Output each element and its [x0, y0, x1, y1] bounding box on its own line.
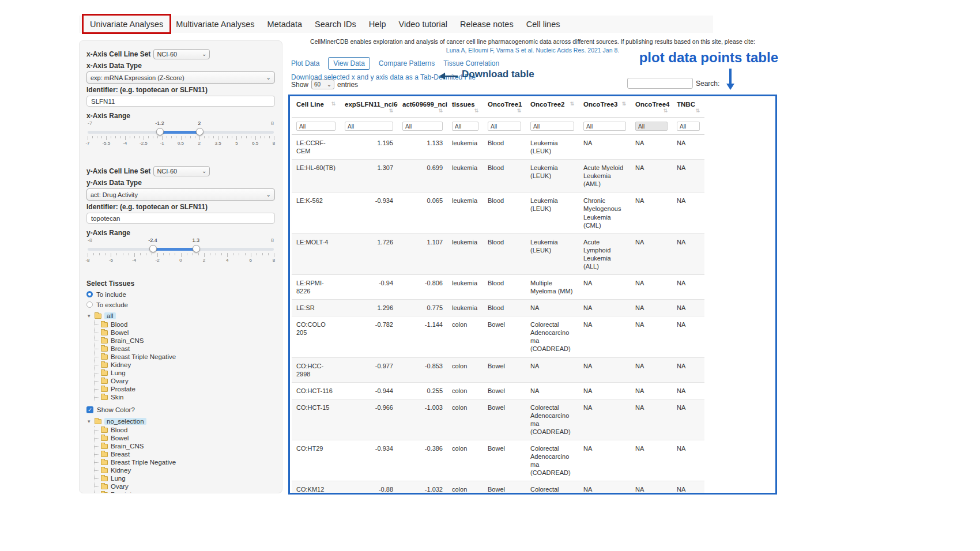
column-header-oncotree2[interactable]: OncoTree2⇅ — [526, 97, 579, 118]
tree-node-breast-triple-negative[interactable]: Breast Triple Negative — [95, 458, 275, 466]
chevron-down-icon: ⌄ — [327, 82, 331, 88]
cell: 0.699 — [398, 160, 447, 193]
x-cell-line-set-select[interactable]: NCI-60 ⌄ — [153, 49, 210, 59]
x-range-slider[interactable]: -78-1.22-7-5.5-4-2.5-10.523.556.58 — [88, 120, 274, 148]
column-header-act609699-nci60[interactable]: act609699_nci60⇅ — [398, 97, 447, 118]
table-search: Search: — [627, 78, 719, 89]
tab-plot-data[interactable]: Plot Data — [291, 59, 319, 67]
tick-label: 5 — [235, 141, 238, 146]
entries-select[interactable]: 60 ⌄ — [311, 80, 334, 89]
tick-mark — [257, 253, 257, 255]
tab-compare-patterns[interactable]: Compare Patterns — [379, 59, 435, 67]
column-filter-tnbc[interactable] — [677, 122, 700, 131]
tree-node-lung[interactable]: Lung — [95, 369, 275, 377]
tick-mark — [148, 136, 149, 138]
cell: colon — [447, 357, 483, 382]
cell: NA — [579, 382, 631, 399]
page: Univariate AnalysesMultivariate Analyses… — [0, 0, 980, 551]
column-header-tnbc[interactable]: TNBC⇅ — [672, 97, 704, 118]
download-table-arrow-icon — [442, 76, 458, 77]
nav-item-univariate-analyses[interactable]: Univariate Analyses — [84, 16, 169, 33]
cell: -0.94 — [340, 275, 398, 300]
tree-node-kidney[interactable]: Kidney — [95, 466, 275, 474]
x-slider-handle-low[interactable] — [156, 128, 164, 135]
x-slider-handle-high[interactable] — [196, 128, 203, 135]
column-filter-expslfn11-nci60[interactable] — [345, 122, 393, 131]
column-filter-tissues[interactable] — [452, 122, 478, 131]
show-color-checkbox[interactable]: ✓ Show Color? — [86, 405, 275, 414]
tree-expand-icon[interactable]: ▾ — [88, 313, 92, 319]
tree-node-skin[interactable]: Skin — [95, 393, 275, 401]
nav-item-search-ids[interactable]: Search IDs — [308, 16, 363, 33]
tree-node-bowel[interactable]: Bowel — [95, 434, 275, 442]
tree-node-ovary[interactable]: Ovary — [95, 482, 275, 490]
x-identifier-input[interactable] — [86, 96, 275, 107]
y-slider-handle-low[interactable] — [149, 245, 157, 252]
column-header-oncotree1[interactable]: OncoTree1⇅ — [483, 97, 526, 118]
column-filter-oncotree1[interactable] — [488, 122, 521, 131]
nav-item-multivariate-analyses[interactable]: Multivariate Analyses — [169, 16, 261, 33]
x-data-type-select[interactable]: exp: mRNA Expression (Z-Score) ⌄ — [86, 71, 275, 84]
nav-item-help[interactable]: Help — [363, 16, 393, 33]
sort-icon: ⇅ — [517, 108, 521, 114]
tree-node-all[interactable]: all — [104, 312, 116, 319]
tree-node-lung[interactable]: Lung — [95, 474, 275, 482]
cell: LE:CCRF-CEM — [292, 135, 340, 160]
cell: colon — [447, 382, 483, 399]
search-input[interactable] — [627, 78, 693, 89]
tree-node-kidney[interactable]: Kidney — [95, 361, 275, 369]
column-header-oncotree3[interactable]: OncoTree3⇅ — [579, 97, 631, 118]
tree-node-brain-cns[interactable]: Brain_CNS — [95, 442, 275, 450]
tick-mark — [130, 136, 130, 138]
y-cell-line-set-select[interactable]: NCI-60 ⌄ — [153, 166, 210, 176]
tree-node-no-selection[interactable]: no_selection — [104, 418, 146, 425]
column-filter-act609699-nci60[interactable] — [402, 122, 443, 131]
checkbox-checked-icon: ✓ — [86, 406, 93, 413]
tree-node-prostate[interactable]: Prostate — [95, 385, 275, 393]
column-filter-oncotree2[interactable] — [530, 122, 574, 131]
tick-mark — [255, 136, 256, 140]
tree-node-bowel[interactable]: Bowel — [95, 329, 275, 337]
x-range-label: x-Axis Range — [86, 112, 275, 120]
tree-node-breast[interactable]: Breast — [95, 450, 275, 458]
y-slider-handle-high[interactable] — [193, 245, 200, 252]
y-identifier-input[interactable] — [86, 213, 275, 224]
tab-view-data[interactable]: View Data — [328, 57, 370, 70]
univariate-highlight-box — [82, 14, 171, 34]
column-header-oncotree4[interactable]: OncoTree4⇅ — [631, 97, 672, 118]
cell: Acute Myeloid Leukemia (AML) — [579, 160, 631, 193]
folder-icon — [101, 330, 108, 335]
column-filter-oncotree4[interactable] — [635, 122, 668, 131]
tick-mark — [134, 253, 135, 257]
column-header-cell-line[interactable]: Cell Line⇅ — [292, 97, 340, 118]
cell: leukemia — [447, 275, 483, 300]
cell: NA — [672, 275, 704, 300]
tree-node-brain-cns[interactable]: Brain_CNS — [95, 337, 275, 345]
y-range-slider[interactable]: -88-2.41.3-8-6-4-202468 — [88, 237, 274, 265]
tree-expand-icon[interactable]: ▾ — [88, 418, 92, 424]
tick-mark — [176, 136, 176, 138]
tree-node-ovary[interactable]: Ovary — [95, 377, 275, 385]
tree-node-breast[interactable]: Breast — [95, 345, 275, 353]
tree-node-label: Brain_CNS — [111, 337, 144, 344]
column-filter-oncotree3[interactable] — [583, 122, 626, 131]
radio-to-include[interactable]: To include — [86, 289, 275, 299]
column-filter-cell-line[interactable] — [296, 122, 336, 131]
nav-item-cell-lines[interactable]: Cell lines — [520, 16, 567, 33]
tree-node-blood[interactable]: Blood — [95, 426, 275, 434]
tree-node-blood[interactable]: Blood — [95, 320, 275, 329]
tab-tissue-correlation[interactable]: Tissue Correlation — [443, 59, 499, 67]
tree-node-prostate[interactable]: Prostate — [95, 490, 275, 493]
y-data-type-select[interactable]: act: Drug Activity ⌄ — [86, 188, 275, 201]
tick-mark — [129, 253, 129, 255]
column-header-tissues[interactable]: tissues⇅ — [447, 97, 483, 118]
radio-to-exclude[interactable]: To exclude — [86, 300, 275, 310]
column-header-expslfn11-nci60[interactable]: expSLFN11_nci60⇅ — [340, 97, 398, 118]
nav-item-video-tutorial[interactable]: Video tutorial — [393, 16, 454, 33]
nav-item-release-notes[interactable]: Release notes — [454, 16, 520, 33]
y-data-type-value: act: Drug Activity — [91, 191, 138, 198]
x-range-from-label: -1.2 — [155, 120, 164, 126]
nav-item-metadata[interactable]: Metadata — [261, 16, 308, 33]
tree-node-breast-triple-negative[interactable]: Breast Triple Negative — [95, 353, 275, 361]
sidebar: x-Axis Cell Line Set NCI-60 ⌄ x-Axis Dat… — [79, 40, 282, 493]
